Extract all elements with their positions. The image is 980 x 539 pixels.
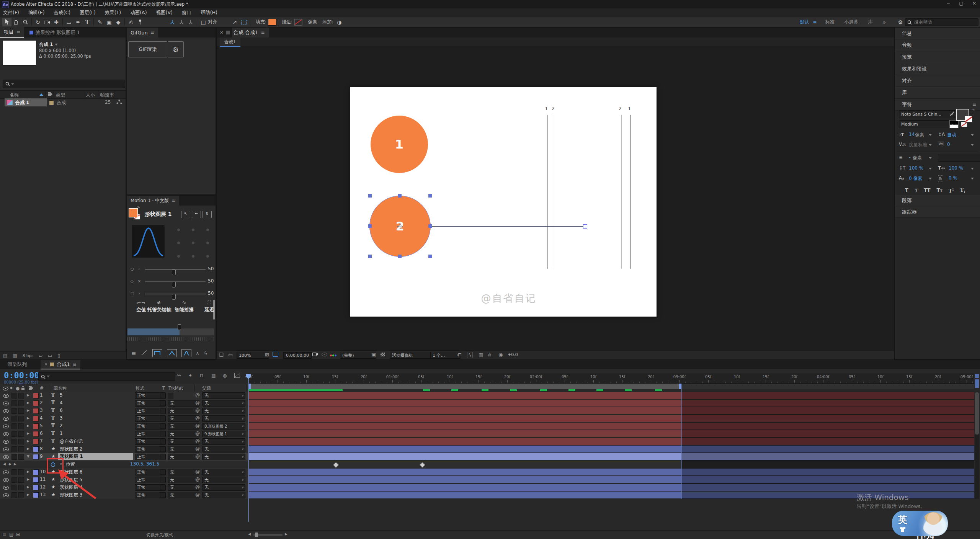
layer-name[interactable]: 形状图层 2 <box>60 446 82 452</box>
selection-handle[interactable] <box>398 255 402 258</box>
fill-over-stroke-swatch[interactable] <box>949 120 959 128</box>
project-item-row[interactable]: 合成 1 合成 25 <box>0 98 126 106</box>
circle-slider[interactable]: ○ ‹ 50 <box>127 266 216 275</box>
stroke-style-dropdown[interactable] <box>938 154 980 162</box>
workspace-item[interactable]: 小屏幕 <box>844 19 858 25</box>
type-tool[interactable]: T <box>83 18 92 26</box>
menu-item[interactable]: 窗口 <box>182 10 191 16</box>
layer-color-chip[interactable] <box>33 423 39 429</box>
diamond-slider[interactable]: ◇ × 50 <box>127 278 216 287</box>
parent-dropdown[interactable]: 无 <box>202 408 245 414</box>
expand-arrow[interactable]: ▶ <box>27 439 29 443</box>
timeline-layer-row[interactable]: ▼ 9 ★ 形状图层 1 正常 无 @ 无 <box>0 453 248 461</box>
menu-item[interactable]: 合成(C) <box>54 10 70 16</box>
parent-dropdown[interactable]: 无 <box>202 415 245 422</box>
tab-render-queue[interactable]: 渲染队列 <box>8 361 27 368</box>
panel-header-tracker[interactable]: 跟踪器 <box>895 206 980 218</box>
faux-italic-button[interactable]: T <box>915 188 918 193</box>
workspace-gear-icon[interactable]: ⚙ <box>896 18 905 26</box>
no-stroke-swatch[interactable] <box>961 122 967 127</box>
tab-composition[interactable]: 合成 合成1≡ <box>232 28 268 38</box>
layer-color-chip[interactable] <box>33 492 39 498</box>
tab-motion3[interactable]: Motion 3 - 中文版≡ <box>127 196 179 206</box>
menu-item[interactable]: 文件(F) <box>3 10 19 16</box>
parent-dropdown[interactable]: 无 <box>202 400 245 407</box>
trkmat-dropdown[interactable]: 无 <box>168 492 199 498</box>
expand-arrow[interactable]: ▶ <box>27 493 29 497</box>
stroke-swatch[interactable] <box>294 19 302 26</box>
workspace-overflow[interactable]: » <box>882 19 886 25</box>
kerning-caret[interactable] <box>929 144 932 146</box>
rectangle-tool[interactable]: ▭ <box>64 18 74 26</box>
all-caps-button[interactable]: TT <box>924 188 930 193</box>
solo-well[interactable] <box>11 408 17 414</box>
primary-viewer-icon[interactable]: ▭ <box>228 352 233 358</box>
fill-label[interactable]: 填充: <box>256 19 266 25</box>
column-fps[interactable]: 帧速率 <box>100 92 114 98</box>
proxy-icon[interactable]: ▦ <box>13 353 17 358</box>
square-slider-handle[interactable] <box>172 294 176 300</box>
parent-pickwhip-icon[interactable]: @ <box>195 492 200 497</box>
parent-pickwhip-icon[interactable]: @ <box>195 408 200 413</box>
curve-bell-button[interactable] <box>181 349 191 357</box>
timeline-layer-row[interactable]: ▶ 2 T 4 正常 无 @ 无 <box>0 399 248 407</box>
flash-icon[interactable]: ϟ <box>204 350 207 356</box>
lock-well[interactable] <box>18 469 24 475</box>
solo-well[interactable] <box>11 454 17 460</box>
parent-dropdown[interactable]: 无 <box>202 492 245 498</box>
column-trkmat[interactable]: TrkMat <box>168 385 183 391</box>
solo-well[interactable] <box>11 446 17 452</box>
eye-icon[interactable] <box>3 432 9 437</box>
anchor-grid-dot[interactable] <box>206 242 209 244</box>
comp-item-name[interactable]: 合成 1 <box>15 100 29 106</box>
tsume-caret[interactable] <box>971 178 974 180</box>
solo-well[interactable] <box>11 477 17 483</box>
anchor-grid-dot[interactable] <box>192 255 194 258</box>
parent-dropdown[interactable]: 无 <box>202 477 245 483</box>
subscript-button[interactable]: T1 <box>960 188 965 194</box>
fill-swatch[interactable] <box>268 19 276 26</box>
roto-brush-tool[interactable]: ✍ <box>126 18 136 26</box>
expand-render-icon[interactable]: ⊞ <box>16 532 20 537</box>
timeline-zoom-slider[interactable] <box>253 534 283 536</box>
zoom-in-icon[interactable]: ▶ <box>285 532 287 536</box>
menu-item[interactable]: 视图(V) <box>156 10 173 16</box>
exposure-value[interactable]: +0.0 <box>508 352 518 357</box>
prev-keyframe-icon[interactable]: ◀ <box>3 462 6 466</box>
timeline-layer-row[interactable]: ▶ 4 T 3 正常 无 @ 无 <box>0 415 248 423</box>
interpret-footage-icon[interactable]: ▤ <box>3 353 7 358</box>
help-search-box[interactable]: 搜索帮助 <box>905 18 978 26</box>
parent-dropdown[interactable]: 无 <box>202 484 245 491</box>
work-area-bar[interactable] <box>249 384 681 389</box>
solo-well[interactable] <box>11 439 17 444</box>
layer-color-chip[interactable] <box>33 454 39 460</box>
timeline-vscrollbar[interactable] <box>975 392 979 499</box>
layer-name[interactable]: 6 <box>60 408 63 413</box>
horizontal-scale-caret[interactable] <box>971 168 974 170</box>
tab-project[interactable]: 项目≡ <box>0 27 24 38</box>
new-folder-icon[interactable]: ▱ <box>39 353 42 358</box>
parent-pickwhip-icon[interactable]: @ <box>195 415 200 421</box>
expand-arrow[interactable]: ▶ <box>27 416 29 420</box>
lock-well[interactable] <box>18 492 24 498</box>
sort-asc-icon[interactable] <box>39 93 43 96</box>
motion-path-end-handle[interactable] <box>583 224 587 229</box>
motion-blur-icon[interactable]: ◍ <box>223 373 227 378</box>
solo-well[interactable] <box>11 416 17 421</box>
view-axis-icon[interactable] <box>186 18 195 26</box>
toggle-switches-label[interactable]: 切换开关/模式 <box>135 532 185 538</box>
eye-icon[interactable] <box>3 470 9 475</box>
parent-pickwhip-icon[interactable]: @ <box>195 431 200 436</box>
lock-well[interactable] <box>18 408 24 414</box>
curve-triangle-button[interactable] <box>167 349 177 357</box>
time-ruler[interactable]: :00f05f10f15f20f01:00f05f10f15f20f02:00f… <box>248 373 974 384</box>
target-region-icon[interactable]: ▣ <box>371 352 376 358</box>
anchor-grid-dot[interactable] <box>192 242 194 244</box>
composition-canvas[interactable]: 1 2 2 1 1 2 @自省自记 <box>350 87 657 317</box>
pen-tool[interactable]: ✒ <box>74 18 83 26</box>
draft3d-icon[interactable]: ✦ <box>188 373 192 378</box>
managed-keyframes-button[interactable]: ≢ 托管关键帧 <box>147 300 170 313</box>
trkmat-dropdown[interactable]: 无 <box>168 415 199 422</box>
parent-pickwhip-icon[interactable]: @ <box>195 484 200 490</box>
timeline-layer-row[interactable]: ▶ 12 ★ 形状图层 4 正常 无 @ 无 <box>0 483 248 492</box>
